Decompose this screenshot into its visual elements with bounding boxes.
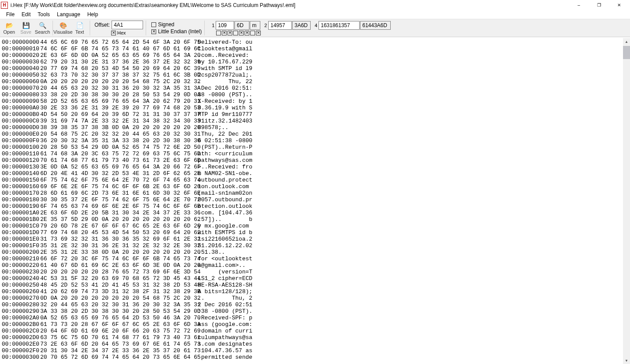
app-icon: H [1, 2, 8, 9]
signed-checkbox[interactable] [151, 22, 156, 27]
bit-checkbox-7[interactable]: ✕ [256, 31, 261, 35]
separator [90, 21, 90, 35]
text-icon: 📄 [76, 21, 84, 29]
signed-label: Signed [158, 21, 174, 28]
byte1-char[interactable] [250, 21, 260, 30]
text-label: Text [75, 29, 84, 35]
window-title: i.Hex [F:\My Work\Edit folder\hexview.or… [10, 2, 569, 8]
search-icon: 🔍 [39, 21, 46, 29]
visualise-icon: 🎨 [60, 21, 67, 29]
bit-checkbox-5[interactable]: ✕ [245, 31, 249, 35]
search-button[interactable]: 🔍 Search [35, 21, 50, 35]
byte2-hex[interactable] [292, 21, 311, 30]
byte1-label: 1 [211, 23, 215, 28]
byte2-dec[interactable] [268, 21, 292, 30]
byte1-dec[interactable] [216, 21, 234, 30]
byte2-label: 2 [263, 23, 268, 28]
menu-tools[interactable]: Tools [34, 10, 53, 18]
close-button[interactable]: ✕ [609, 0, 629, 10]
bit-checkbox-0[interactable] [216, 31, 221, 35]
visualise-label: Visualise [53, 29, 73, 35]
separator [146, 21, 146, 35]
open-label: Open [4, 29, 15, 35]
maximize-button[interactable]: ❐ [589, 0, 609, 10]
bit-checkbox-6[interactable] [250, 31, 255, 35]
separator [204, 21, 205, 35]
open-folder-icon: 📂 [6, 21, 13, 29]
search-label: Search [35, 29, 50, 35]
hex-checkbox-label: Hex [117, 30, 126, 35]
toolbar: 📂 Open 💾 Save 🔍 Search 🎨 Visualise 📄 Tex… [0, 19, 630, 37]
save-label: Save [20, 29, 31, 35]
save-icon: 💾 [22, 21, 30, 29]
titlebar: H i.Hex [F:\My Work\Edit folder\hexview.… [0, 0, 630, 10]
open-button[interactable]: 📂 Open [2, 21, 17, 35]
byte4-dec[interactable] [318, 21, 360, 30]
separator [52, 21, 53, 35]
menu-edit[interactable]: Edit [18, 10, 34, 18]
byte1-hex[interactable] [234, 21, 249, 30]
little-endian-label: Little Endian (Intel) [158, 28, 202, 35]
byte4-hex[interactable] [360, 21, 391, 30]
menu-file[interactable]: File [3, 10, 18, 18]
menubar: File Edit Tools Language Help [0, 10, 630, 19]
offset-label: Offset: [94, 22, 110, 28]
bit-checkbox-4[interactable]: ✕ [239, 31, 244, 35]
byte4-label: 4 [314, 23, 318, 28]
hex-checkbox[interactable]: ✕ [111, 31, 116, 35]
text-button[interactable]: 📄 Text [72, 21, 87, 35]
offset-input[interactable] [112, 21, 143, 29]
bit-checkbox-1[interactable]: ✕ [222, 31, 227, 35]
minimize-button[interactable]: – [569, 0, 589, 10]
save-button: 💾 Save [18, 21, 33, 35]
menu-help[interactable]: Help [84, 10, 102, 18]
visualise-button[interactable]: 🎨 Visualise [56, 21, 70, 35]
menu-language[interactable]: Language [53, 10, 84, 18]
bit-checkbox-3[interactable] [233, 31, 238, 35]
little-endian-checkbox[interactable]: ✕ [151, 29, 156, 34]
bit-checkbox-2[interactable]: ✕ [228, 31, 232, 35]
